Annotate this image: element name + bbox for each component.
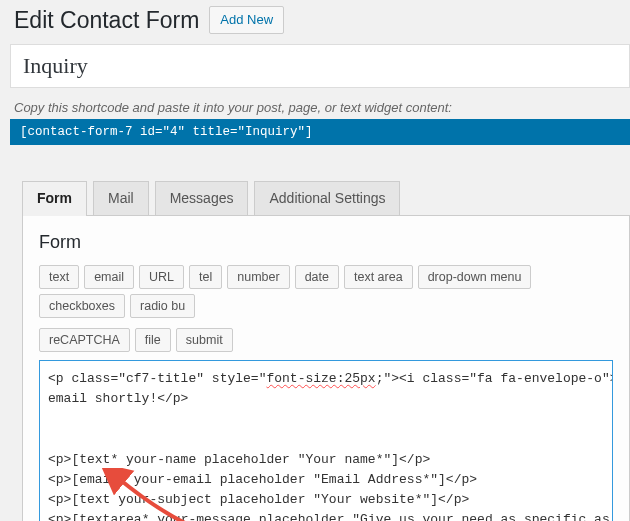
tag-btn-email[interactable]: email (84, 265, 134, 289)
add-new-button[interactable]: Add New (209, 6, 284, 34)
form-title-input[interactable] (23, 53, 617, 79)
tag-btn-text-area[interactable]: text area (344, 265, 413, 289)
tag-btn-number[interactable]: number (227, 265, 289, 289)
tag-btn-recaptcha[interactable]: reCAPTCHA (39, 328, 130, 352)
page-title: Edit Contact Form (14, 7, 199, 34)
tabs: Form Mail Messages Additional Settings (22, 181, 630, 216)
form-template-textarea[interactable]: <p class="cf7-title" style="font-size:25… (39, 360, 613, 521)
tag-btn-submit[interactable]: submit (176, 328, 233, 352)
tag-btn-text[interactable]: text (39, 265, 79, 289)
tag-btn-radio-bu[interactable]: radio bu (130, 294, 195, 318)
shortcode-value[interactable]: [contact-form-7 id="4" title="Inquiry"] (10, 119, 630, 145)
tag-btn-tel[interactable]: tel (189, 265, 222, 289)
tab-messages[interactable]: Messages (155, 181, 249, 216)
tag-btn-checkboxes[interactable]: checkboxes (39, 294, 125, 318)
form-title-wrap (10, 44, 630, 88)
tag-buttons: textemailURLtelnumberdatetext areadrop-d… (39, 265, 613, 352)
tab-additional-settings[interactable]: Additional Settings (254, 181, 400, 216)
shortcode-note: Copy this shortcode and paste it into yo… (14, 100, 630, 115)
tab-form[interactable]: Form (22, 181, 87, 216)
form-panel: Form textemailURLtelnumberdatetext aread… (22, 215, 630, 521)
panel-title: Form (39, 232, 613, 253)
tag-btn-date[interactable]: date (295, 265, 339, 289)
tag-btn-drop-down-menu[interactable]: drop-down menu (418, 265, 532, 289)
tab-mail[interactable]: Mail (93, 181, 149, 216)
tag-btn-url[interactable]: URL (139, 265, 184, 289)
tag-btn-file[interactable]: file (135, 328, 171, 352)
